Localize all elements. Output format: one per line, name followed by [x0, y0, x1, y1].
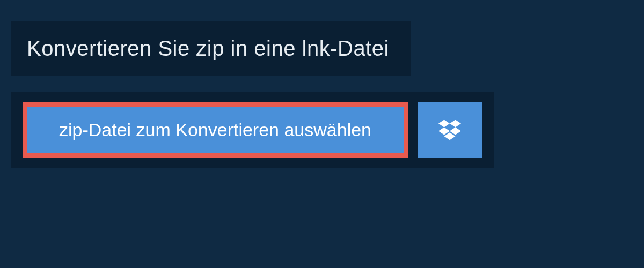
dropbox-button[interactable]	[418, 102, 482, 158]
choose-file-button[interactable]: zip-Datei zum Konvertieren auswählen	[23, 102, 408, 158]
header-tab: Konvertieren Sie zip in eine lnk-Datei	[11, 21, 411, 76]
upload-panel: zip-Datei zum Konvertieren auswählen	[11, 92, 494, 168]
choose-file-label: zip-Datei zum Konvertieren auswählen	[59, 120, 371, 140]
page-title: Konvertieren Sie zip in eine lnk-Datei	[27, 36, 389, 61]
dropbox-icon	[438, 118, 461, 142]
